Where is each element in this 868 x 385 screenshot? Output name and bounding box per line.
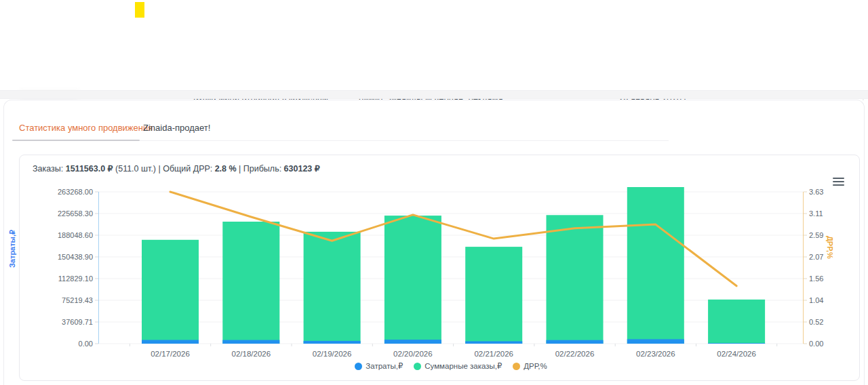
right-axis-title: ДРР,% — [826, 236, 834, 259]
legend-item-zatraty[interactable]: Затраты,₽ — [355, 361, 403, 371]
legend-item-drr[interactable]: ДРР,% — [513, 362, 547, 370]
tabs-divider — [140, 140, 669, 141]
active-tab-indicator — [12, 140, 140, 141]
campaign-row[interactable]: Высокая Юбка мини атласная с кружевом в … — [0, 38, 868, 88]
chart-stats-summary: Заказы: 1511563.0 ₽ (511.0 шт.) | Общий … — [33, 163, 320, 174]
tab-zinaida-prodaet[interactable]: Zinaida-продает! — [143, 123, 210, 133]
tab-smart-promotion-stats[interactable]: Статистика умного продвижения — [19, 123, 153, 133]
legend-dot-green — [414, 363, 421, 370]
legend-item-summarnye-zakazy[interactable]: Суммарные заказы,₽ — [414, 361, 502, 371]
chart-menu-icon[interactable] — [833, 178, 844, 186]
chart-plot — [98, 192, 804, 344]
legend-dot-orange — [513, 363, 520, 370]
legend-dot-blue — [355, 363, 362, 370]
chart-legend: Затраты,₽ Суммарные заказы,₽ ДРР,% — [98, 361, 804, 371]
section-separator — [0, 90, 868, 99]
yellow-highlight-marker — [135, 2, 144, 18]
